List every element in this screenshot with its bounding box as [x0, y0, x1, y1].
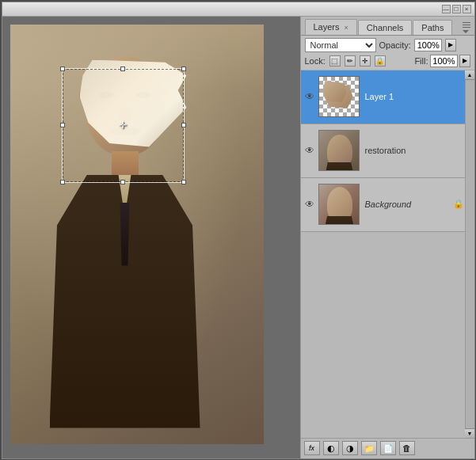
tabs-container: Layers × Channels Paths: [301, 17, 474, 36]
person-body: [50, 175, 200, 428]
layer-thumbnail-restoration: [318, 130, 360, 171]
lock-position-button[interactable]: ✛: [360, 55, 371, 67]
lock-pixels-button[interactable]: ✏: [345, 55, 356, 67]
adjustment-layer-button[interactable]: ◑: [342, 441, 358, 455]
tab-layers-close[interactable]: ×: [345, 24, 348, 32]
delete-layer-button[interactable]: 🗑: [399, 441, 415, 455]
restoration-thumb-body: [323, 162, 356, 171]
new-layer-button[interactable]: 📄: [380, 441, 396, 455]
menu-line-2: [463, 25, 470, 25]
tab-paths-label: Paths: [421, 23, 444, 32]
layer-fx-button[interactable]: fx: [304, 441, 320, 455]
panel-controls: Normal Multiply Screen Opacity: 100% ▶ L…: [301, 36, 474, 70]
close-button[interactable]: ×: [463, 5, 471, 13]
minimize-button[interactable]: —: [442, 5, 451, 13]
opacity-arrow-button[interactable]: ▶: [445, 39, 456, 51]
tab-layers[interactable]: Layers ×: [305, 19, 357, 35]
scroll-down-button[interactable]: ▼: [465, 428, 474, 438]
layer-visibility-background[interactable]: 👁: [303, 198, 316, 211]
layer-thumbnail-background: [318, 184, 360, 225]
handle-middle-right[interactable]: [181, 123, 186, 127]
opacity-value[interactable]: 100%: [414, 39, 442, 51]
right-panel: Layers × Channels Paths: [300, 17, 474, 458]
layer1-thumb-content: [323, 83, 353, 112]
layer-lock-icon-background: 🔒: [453, 199, 463, 210]
tab-channels-label: Channels: [367, 23, 403, 32]
fill-value[interactable]: 100%: [430, 55, 458, 67]
tabs-bar: Layers × Channels Paths: [301, 17, 474, 36]
lock-fill-row: Lock: ⬚ ✏ ✛ 🔒 Fill: 100% ▶: [305, 55, 470, 67]
main-area: ✛ Layers × Channels Paths: [2, 17, 474, 458]
tab-layers-label: Layers: [314, 22, 340, 32]
panel-bottom: fx ◐ ◑ 📁 📄 🗑: [301, 438, 474, 458]
menu-arrow-icon: [463, 30, 469, 33]
canvas-area: ✛: [2, 17, 300, 458]
tab-paths[interactable]: Paths: [413, 20, 452, 35]
panel-menu-button[interactable]: [461, 21, 472, 35]
layers-scrollbar: ▲ ▼: [465, 70, 474, 438]
layer-thumbnail-layer1: [318, 76, 360, 117]
scroll-up-button[interactable]: ▲: [465, 70, 474, 80]
layer-name-restoration: restoration: [362, 146, 463, 155]
layer-item-restoration[interactable]: 👁 restoration: [301, 124, 465, 178]
layer-name-layer1: Layer 1: [362, 92, 463, 101]
canvas-photo: ✛: [10, 25, 264, 444]
maximize-button[interactable]: □: [452, 5, 461, 13]
tab-channels[interactable]: Channels: [358, 20, 412, 35]
blend-opacity-row: Normal Multiply Screen Opacity: 100% ▶: [305, 38, 470, 52]
fill-label: Fill:: [414, 56, 428, 66]
layer-mask-button[interactable]: ◐: [323, 441, 339, 455]
lock-label: Lock:: [305, 56, 326, 66]
fill-area: Fill: 100% ▶: [414, 55, 470, 67]
layer-visibility-layer1[interactable]: 👁: [303, 90, 316, 103]
menu-line-1: [463, 22, 470, 23]
main-window: — □ ×: [2, 2, 475, 459]
photo-container: ✛: [10, 25, 300, 458]
background-thumb-body: [322, 216, 357, 225]
menu-line-3: [463, 27, 470, 28]
fill-arrow-button[interactable]: ▶: [459, 55, 470, 67]
title-bar: — □ ×: [2, 2, 474, 17]
handle-middle-left[interactable]: [60, 123, 65, 127]
layer-item-background[interactable]: 👁 Background 🔒: [301, 178, 465, 232]
lock-all-button[interactable]: 🔒: [375, 55, 386, 67]
layers-list: 👁 Layer 1 👁 restoration: [301, 70, 465, 438]
person-neck: [112, 151, 139, 179]
layers-with-scroll: 👁 Layer 1 👁 restoration: [301, 70, 474, 438]
layer-visibility-restoration[interactable]: 👁: [303, 144, 316, 157]
lock-transparency-button[interactable]: ⬚: [329, 55, 341, 67]
layer-name-background: Background: [362, 200, 451, 209]
window-controls: — □ ×: [442, 5, 471, 13]
blend-mode-select[interactable]: Normal Multiply Screen: [305, 38, 376, 52]
opacity-label: Opacity:: [379, 40, 411, 50]
new-group-button[interactable]: 📁: [361, 441, 377, 455]
handle-bottom-right[interactable]: [181, 180, 186, 184]
handle-bottom-left[interactable]: [60, 180, 65, 184]
layer-item-layer1[interactable]: 👁 Layer 1: [301, 70, 465, 124]
